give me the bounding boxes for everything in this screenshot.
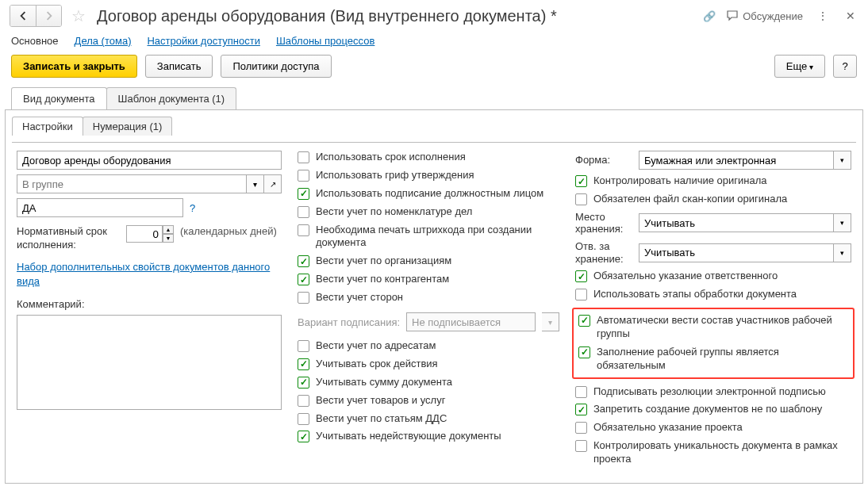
storage-label: Место хранения: (575, 211, 632, 235)
chk-dds-items[interactable]: Вести учет по статьям ДДС (298, 412, 559, 426)
sub-tab-settings[interactable]: Настройки (12, 117, 83, 136)
nav-forward-button[interactable] (36, 6, 61, 26)
chk-use-approval-stamp[interactable]: Использовать гриф утверждения (298, 169, 559, 182)
link-icon[interactable]: 🔗 (703, 10, 716, 22)
close-icon[interactable]: ✕ (843, 8, 858, 24)
main-tab-templates[interactable]: Шаблоны процессов (276, 35, 374, 47)
doc-tab-type[interactable]: Вид документа (11, 87, 107, 109)
chk-doc-amount[interactable]: Учитывать сумму документа (298, 376, 559, 389)
chk-workgroup-required[interactable]: Заполнение рабочей группы является обяза… (578, 346, 848, 373)
chk-auto-workgroup[interactable]: Автоматически вести состав участников ра… (578, 314, 848, 341)
save-and-close-button[interactable]: Записать и закрыть (11, 55, 137, 78)
help-button[interactable]: ? (833, 55, 857, 78)
norm-term-input[interactable] (126, 225, 163, 243)
spin-down-icon[interactable]: ▼ (163, 234, 174, 243)
chk-use-deadline[interactable]: Использовать срок исполнения (298, 151, 559, 164)
chk-project-required[interactable]: Обязательно указание проекта (575, 421, 851, 434)
chk-parties[interactable]: Вести учет сторон (298, 291, 559, 304)
responsible-dropdown-icon[interactable]: ▾ (834, 243, 851, 262)
chk-validity-period[interactable]: Учитывать срок действия (298, 358, 559, 371)
form-select[interactable] (639, 151, 834, 170)
form-label: Форма: (575, 154, 632, 167)
comment-label: Комментарий: (17, 298, 282, 310)
doc-tab-template[interactable]: Шаблон документа (1) (106, 87, 237, 109)
code-help-link[interactable]: ? (190, 202, 195, 214)
chk-processing-stages[interactable]: Использовать этапы обработки документа (575, 288, 851, 301)
page-title: Договор аренды оборудования (Вид внутрен… (97, 7, 697, 25)
sub-tab-numbering[interactable]: Нумерация (1) (83, 117, 173, 136)
group-open-icon[interactable]: ↗ (264, 174, 282, 193)
main-tab-access[interactable]: Настройки доступности (147, 35, 259, 47)
kebab-menu-icon[interactable]: ⋮ (814, 8, 832, 24)
name-input[interactable] (17, 151, 282, 170)
chk-goods-services[interactable]: Вести учет товаров и услуг (298, 394, 559, 408)
signing-variant-dropdown-icon: ▾ (542, 312, 559, 331)
responsible-label: Отв. за хранение: (575, 240, 632, 265)
chk-scan-required[interactable]: Обязателен файл скан-копии оригинала (575, 193, 851, 206)
nav-back-button[interactable] (10, 6, 36, 26)
main-tab-overview[interactable]: Основное (11, 35, 59, 47)
favorite-star-icon[interactable]: ☆ (71, 6, 86, 25)
chk-sign-resolutions[interactable]: Подписывать резолюции электронной подпис… (575, 385, 851, 399)
chk-by-org[interactable]: Вести учет по организациям (298, 255, 559, 268)
chk-nomenclature[interactable]: Вести учет по номенклатуре дел (298, 205, 559, 219)
days-label: (календарных дней) (180, 225, 277, 237)
more-button[interactable]: Еще (774, 55, 825, 78)
comment-textarea[interactable] (17, 315, 282, 410)
chk-by-counterparty[interactable]: Вести учет по контрагентам (298, 273, 559, 286)
code-input[interactable] (17, 198, 183, 217)
signing-variant-input (406, 312, 536, 331)
chk-use-official-signing[interactable]: Использовать подписание должностным лицо… (298, 187, 559, 201)
access-policies-button[interactable]: Политики доступа (221, 55, 331, 78)
norm-term-label: Нормативный срок исполнения: (17, 225, 120, 252)
highlighted-workgroup-section: Автоматически вести состав участников ра… (572, 308, 855, 379)
chk-control-original[interactable]: Контролировать наличие оригинала (575, 174, 851, 188)
storage-dropdown-icon[interactable]: ▾ (834, 213, 851, 232)
discussion-label: Обсуждение (743, 10, 803, 22)
responsible-select[interactable] (639, 243, 834, 262)
additional-props-link[interactable]: Набор дополнительных свойств документов … (17, 260, 282, 289)
chk-responsible-required[interactable]: Обязательно указание ответственного (575, 270, 851, 283)
chk-unique-in-project[interactable]: Контролировать уникальность документа в … (575, 439, 851, 466)
discussion-icon[interactable]: Обсуждение (727, 10, 803, 22)
chk-inactive-docs[interactable]: Учитывать недействующие документы (298, 430, 559, 443)
group-dropdown-icon[interactable]: ▾ (247, 174, 264, 193)
chk-barcode-print[interactable]: Необходима печать штрихкода при создании… (298, 224, 559, 251)
form-dropdown-icon[interactable]: ▾ (834, 151, 851, 170)
storage-select[interactable] (639, 213, 834, 232)
group-input[interactable] (17, 174, 247, 193)
main-tab-cases[interactable]: Дела (тома) (75, 35, 132, 47)
save-button[interactable]: Записать (145, 55, 213, 78)
signing-variant-label: Вариант подписания: (298, 316, 400, 328)
spin-up-icon[interactable]: ▲ (163, 225, 174, 234)
chk-restrict-non-template[interactable]: Запретить создание документов не по шабл… (575, 403, 851, 416)
chk-by-recipients[interactable]: Вести учет по адресатам (298, 339, 559, 353)
